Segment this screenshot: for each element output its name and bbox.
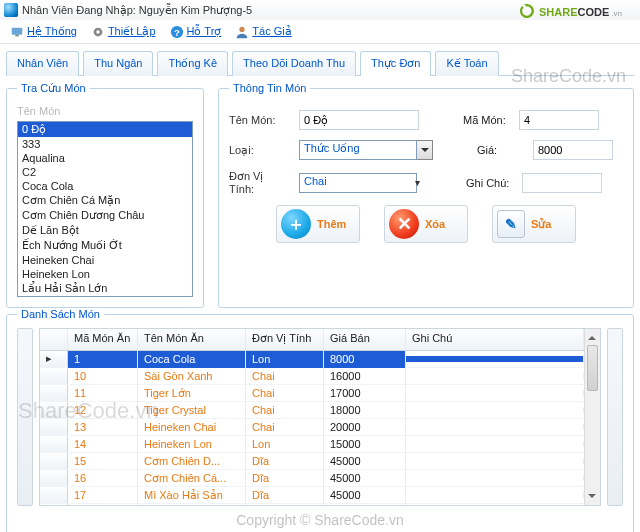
app-icon: [4, 3, 18, 17]
plus-icon: ＋: [281, 209, 311, 239]
spinner-left[interactable]: [17, 328, 33, 506]
col-ma-mon[interactable]: Mã Món Ăn: [68, 329, 138, 350]
group-tra-cuu-mon: Tra Cứu Món Tên Món 0 Độ333AqualinaC2Coc…: [6, 82, 204, 308]
system-icon: [10, 25, 24, 39]
delete-icon: ✕: [389, 209, 419, 239]
button-xoa[interactable]: ✕ Xóa: [384, 205, 468, 243]
spinner-right[interactable]: [607, 328, 623, 506]
group-thong-tin-mon: Thông Tin Món Tên Món: Mã Món: Loại: Thứ…: [218, 82, 634, 308]
col-ten-mon[interactable]: Tên Món Ăn: [138, 329, 246, 350]
tab-thuc-don[interactable]: Thực Đơn: [360, 51, 431, 76]
author-icon: [235, 25, 249, 39]
settings-icon: [91, 25, 105, 39]
table-row[interactable]: 11Tiger LớnChai17000: [40, 385, 584, 402]
menu-he-thong[interactable]: Hệ Thống: [8, 23, 79, 41]
menubar: Hệ Thống Thiết Lập ?Hỗ Trợ Tác Giả: [0, 20, 640, 44]
chevron-down-icon[interactable]: [417, 140, 433, 160]
label-ten-mon: Tên Món:: [229, 114, 291, 126]
legend-tra-cuu: Tra Cứu Món: [17, 82, 90, 95]
legend-danh-sach: Danh Sách Món: [17, 308, 104, 320]
list-item[interactable]: Cơm Chiên Dương Châu: [18, 208, 192, 223]
col-gia-ban[interactable]: Giá Bán: [324, 329, 406, 350]
table-row[interactable]: 15Cơm Chiên D...Dĩa45000: [40, 453, 584, 470]
edit-icon: ✎: [497, 210, 525, 238]
grid-header-row: Mã Món Ăn Tên Món Ăn Đơn Vị Tính Giá Bán…: [40, 329, 584, 351]
recycle-icon: [519, 3, 535, 19]
combo-loai[interactable]: Thức Uống: [299, 140, 433, 160]
menu-tac-gia[interactable]: Tác Giả: [233, 23, 293, 41]
data-grid[interactable]: Mã Món Ăn Tên Món Ăn Đơn Vị Tính Giá Bán…: [39, 328, 601, 506]
grid-scrollbar[interactable]: [584, 329, 600, 505]
table-row[interactable]: 12Tiger CrystalChai18000: [40, 402, 584, 419]
window-title: Nhân Viên Đang Nhập: Nguyễn Kim Phượng-5: [22, 4, 252, 17]
svg-rect-0: [12, 27, 23, 34]
col-ghi-chu[interactable]: Ghi Chú: [406, 329, 584, 350]
tab-doanh-thu[interactable]: Theo Dõi Doanh Thu: [232, 51, 356, 76]
label-ma-mon: Mã Món:: [463, 114, 511, 126]
svg-point-6: [240, 26, 245, 31]
button-sua[interactable]: ✎ Sửa: [492, 205, 576, 243]
list-item[interactable]: Dế Lăn Bột: [18, 223, 192, 238]
label-don-vi: Đơn Vị Tính:: [229, 170, 291, 195]
list-item[interactable]: Cơm Chiên Cá Mặn: [18, 193, 192, 208]
svg-rect-1: [15, 34, 19, 36]
table-row[interactable]: 10Sài Gòn XanhChai16000: [40, 368, 584, 385]
list-item[interactable]: 333: [18, 137, 192, 151]
table-row[interactable]: 14Heineken LonLon15000: [40, 436, 584, 453]
list-item[interactable]: Coca Cola: [18, 179, 192, 193]
chevron-down-icon[interactable]: ▾: [413, 177, 422, 188]
menu-ho-tro[interactable]: ?Hỗ Trợ: [168, 23, 224, 41]
list-item[interactable]: Ếch Nướng Muối Ớt: [18, 238, 192, 253]
menu-thiet-lap[interactable]: Thiết Lập: [89, 23, 158, 41]
legend-thong-tin: Thông Tin Món: [229, 82, 310, 94]
col-don-vi[interactable]: Đơn Vị Tính: [246, 329, 324, 350]
table-row[interactable]: 16Cơm Chiên Cá...Dĩa45000: [40, 470, 584, 487]
list-item[interactable]: 0 Độ: [18, 122, 192, 137]
table-row[interactable]: 1Coca ColaLon8000: [40, 351, 584, 368]
tabstrip: Nhân ViênThu NgânThống KêTheo Dõi Doanh …: [0, 44, 640, 75]
list-item[interactable]: Heineken Chai: [18, 253, 192, 267]
listbox-mon[interactable]: 0 Độ333AqualinaC2Coca ColaCơm Chiên Cá M…: [17, 121, 193, 297]
label-ten-mon-search: Tên Món: [17, 105, 193, 117]
input-ghi-chu[interactable]: [522, 173, 602, 193]
input-ten-mon[interactable]: [299, 110, 419, 130]
copyright-text: Copyright © ShareCode.vn: [0, 512, 640, 528]
label-ghi-chu: Ghi Chú:: [466, 177, 514, 189]
table-row[interactable]: 17Mì Xào Hải SảnDĩa45000: [40, 487, 584, 504]
combo-don-vi[interactable]: Chai ▾: [299, 173, 422, 193]
tab-thu-ngan[interactable]: Thu Ngân: [83, 51, 153, 76]
input-gia[interactable]: [533, 140, 613, 160]
table-row[interactable]: 13Heineken ChaiChai20000: [40, 419, 584, 436]
label-gia: Giá:: [477, 144, 525, 156]
tab-ke-toan[interactable]: Kế Toán: [435, 51, 498, 76]
list-item[interactable]: Lẩu Hải Sản Lớn: [18, 281, 192, 296]
input-ma-mon[interactable]: [519, 110, 599, 130]
table-row[interactable]: 18Mì Xào BòDĩa45000: [40, 504, 584, 505]
tab-nhan-vien[interactable]: Nhân Viên: [6, 51, 79, 76]
brand-logo: SHARECODE.vn: [519, 3, 622, 19]
help-icon: ?: [170, 25, 184, 39]
list-item[interactable]: C2: [18, 165, 192, 179]
list-item[interactable]: Aqualina: [18, 151, 192, 165]
svg-text:?: ?: [174, 26, 180, 37]
list-item[interactable]: Heineken Lon: [18, 267, 192, 281]
svg-point-3: [96, 30, 100, 34]
tab-thong-ke[interactable]: Thống Kê: [157, 51, 228, 76]
list-item[interactable]: Lẩu Hải Sản Nhỏ: [18, 296, 192, 297]
button-them[interactable]: ＋ Thêm: [276, 205, 360, 243]
group-danh-sach-mon: Danh Sách Món Mã Món Ăn Tên Món Ăn Đơn V…: [6, 308, 634, 532]
label-loai: Loại:: [229, 144, 291, 157]
